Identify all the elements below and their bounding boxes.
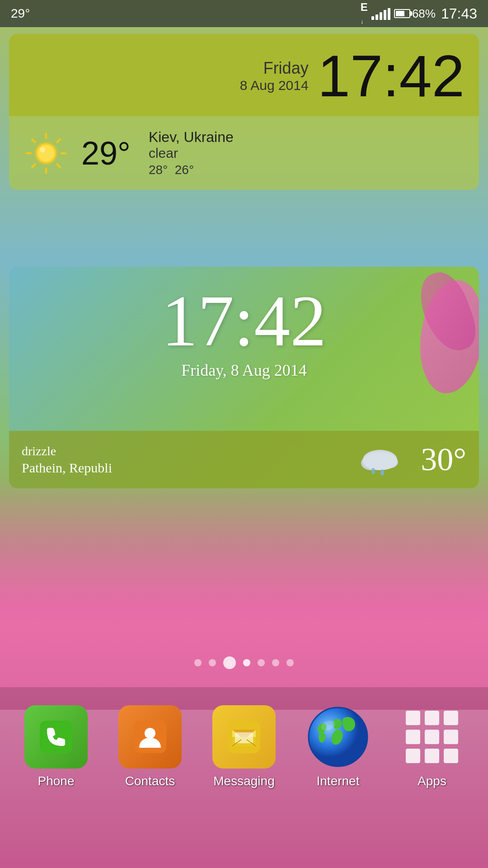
widget-1-top: Friday 8 Aug 2014 17:42 bbox=[9, 34, 479, 116]
page-dot-6[interactable] bbox=[272, 659, 279, 666]
svg-line-4 bbox=[32, 139, 36, 143]
dock-item-internet[interactable]: Internet bbox=[306, 705, 370, 788]
messaging-app-icon[interactable] bbox=[212, 705, 276, 769]
status-temperature: 29° bbox=[11, 6, 30, 21]
status-icons: E↓ 68% bbox=[361, 1, 436, 26]
widget-1-clock: 17:42 bbox=[318, 47, 465, 105]
apps-dot bbox=[444, 711, 458, 725]
apps-dot bbox=[406, 730, 420, 744]
widget-1-hi-lo: 28° 26° bbox=[149, 163, 234, 177]
widget-1-day: Friday bbox=[240, 59, 309, 78]
page-dot-2[interactable] bbox=[209, 659, 216, 666]
apps-dot bbox=[425, 749, 439, 763]
widget-2-weather: drizzle Pathein, Republi 30° bbox=[9, 431, 479, 488]
widget-2-location: Pathein, Republi bbox=[22, 460, 348, 476]
dock: Phone Contacts bbox=[0, 687, 488, 868]
battery-icon bbox=[394, 9, 410, 18]
apps-dot bbox=[406, 711, 420, 725]
handwritten-clock-widget[interactable]: 17:42 Friday, 8 Aug 2014 drizzle Pathein… bbox=[9, 267, 479, 488]
widget-1-weather: 29° Kiev, Ukraine clear 28° 26° bbox=[9, 116, 479, 190]
widget-1-weather-info: Kiev, Ukraine clear 28° 26° bbox=[149, 129, 234, 177]
internet-app-icon[interactable] bbox=[306, 705, 370, 769]
sun-icon bbox=[23, 131, 69, 176]
page-indicators: ⌂ bbox=[0, 656, 488, 669]
widget-2-location-section: drizzle Pathein, Republi bbox=[22, 444, 348, 476]
apps-dot bbox=[425, 730, 439, 744]
battery-percent: 68% bbox=[412, 7, 436, 21]
phone-icon bbox=[40, 721, 72, 753]
svg-point-15 bbox=[363, 452, 397, 470]
svg-rect-18 bbox=[40, 721, 72, 753]
contacts-label: Contacts bbox=[125, 774, 175, 788]
weather-clock-widget-1[interactable]: Friday 8 Aug 2014 17:42 bbox=[9, 34, 479, 190]
widget-2-condition: drizzle bbox=[22, 444, 348, 458]
svg-point-20 bbox=[145, 728, 155, 739]
svg-line-6 bbox=[56, 139, 61, 143]
status-time: 17:43 bbox=[441, 5, 477, 22]
messaging-label: Messaging bbox=[213, 774, 274, 788]
contacts-icon bbox=[134, 721, 166, 753]
widget-2-temperature: 30° bbox=[421, 441, 466, 478]
widget-1-city: Kiev, Ukraine bbox=[149, 129, 234, 146]
svg-line-5 bbox=[56, 164, 61, 168]
widget-1-condition: clear bbox=[149, 146, 234, 161]
page-indicator-home[interactable]: ⌂ bbox=[223, 656, 236, 669]
battery-indicator: 68% bbox=[394, 7, 436, 21]
widget-1-full-date: 8 Aug 2014 bbox=[240, 78, 309, 93]
svg-point-10 bbox=[38, 145, 54, 161]
apps-grid bbox=[401, 706, 463, 768]
status-right-section: E↓ 68% 17:43 bbox=[361, 1, 477, 26]
signal-bar-5 bbox=[388, 8, 390, 20]
dock-item-messaging[interactable]: Messaging bbox=[212, 705, 276, 788]
widget-1-date-section: Friday 8 Aug 2014 bbox=[240, 59, 309, 93]
status-bar: 29° E↓ 68% 17:43 bbox=[0, 0, 488, 27]
signal-bar-4 bbox=[384, 10, 386, 20]
svg-point-16 bbox=[371, 468, 375, 474]
phone-app-icon[interactable] bbox=[24, 705, 88, 769]
svg-point-17 bbox=[380, 469, 384, 476]
widget-2-flower-decoration bbox=[407, 267, 479, 393]
apps-dot bbox=[406, 749, 420, 763]
page-dot-active[interactable] bbox=[243, 659, 250, 666]
signal-bar-3 bbox=[380, 12, 382, 20]
battery-fill bbox=[396, 11, 404, 16]
dock-item-contacts[interactable]: Contacts bbox=[118, 705, 182, 788]
phone-label: Phone bbox=[38, 774, 75, 788]
page-dot-5[interactable] bbox=[258, 659, 265, 666]
cloud-rain-icon bbox=[357, 444, 412, 476]
globe-icon bbox=[306, 705, 370, 769]
svg-line-7 bbox=[32, 164, 36, 168]
signal-bar-2 bbox=[375, 14, 378, 20]
widget-1-temperature: 29° bbox=[81, 135, 131, 172]
signal-bar-1 bbox=[371, 16, 374, 20]
dock-item-apps[interactable]: Apps bbox=[400, 705, 464, 788]
contacts-app-icon[interactable] bbox=[118, 705, 182, 769]
apps-label: Apps bbox=[418, 774, 446, 788]
network-type-icon: E↓ bbox=[361, 1, 368, 26]
messaging-icon bbox=[228, 721, 260, 753]
dock-item-phone[interactable]: Phone bbox=[24, 705, 88, 788]
apps-dot bbox=[425, 711, 439, 725]
page-dot-7[interactable] bbox=[286, 659, 294, 666]
apps-app-icon[interactable] bbox=[400, 705, 464, 769]
internet-label: Internet bbox=[317, 774, 360, 788]
signal-bars-icon bbox=[371, 7, 390, 20]
apps-dot bbox=[444, 730, 458, 744]
svg-point-11 bbox=[40, 147, 45, 152]
page-dot-1[interactable] bbox=[194, 659, 202, 666]
apps-dot bbox=[444, 749, 458, 763]
